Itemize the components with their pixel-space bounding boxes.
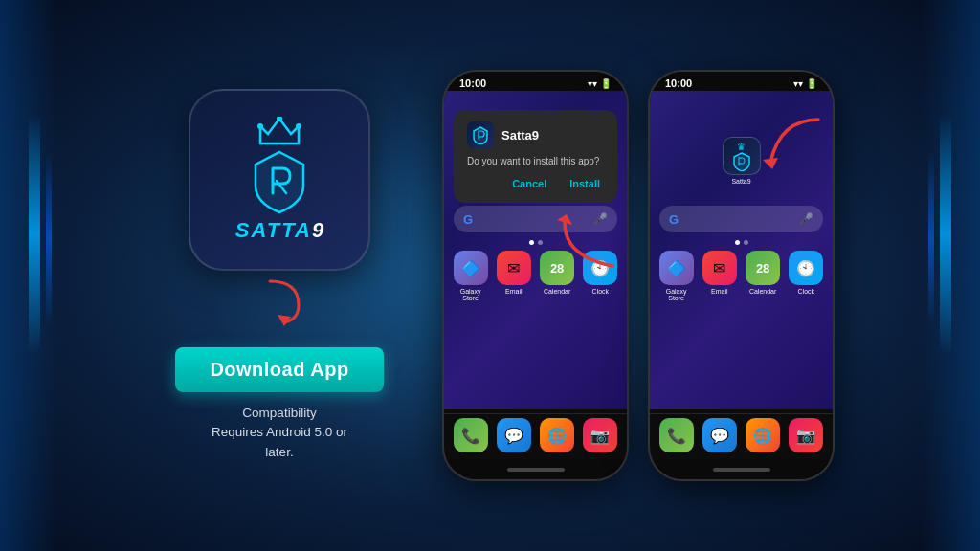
svg-point-1	[257, 123, 263, 129]
list-item: 🌐	[745, 418, 782, 452]
dot-active	[529, 240, 534, 245]
browser-icon-2[interactable]: 🌐	[746, 418, 780, 452]
compatibility-text: Compatibility Requires Android 5.0 or la…	[212, 404, 347, 462]
list-item: 📷	[582, 418, 619, 452]
phone2-dock: 📞 💬 🌐 📷	[650, 413, 833, 456]
phone2-search-bar[interactable]: G 🎤	[659, 206, 823, 232]
phone1-home-bar	[507, 468, 565, 472]
phone1-icons: ▾▾ 🔋	[588, 78, 612, 89]
app-name-text: SATTA 9	[235, 218, 323, 243]
red-arrow-homescreen-icon	[732, 110, 828, 206]
phone2-icons: ▾▾ 🔋	[793, 78, 817, 89]
calendar-label-2: Calendar	[749, 288, 776, 295]
phone2-screen: ♛ Satta9 G 🎤	[650, 91, 833, 409]
email-icon-2[interactable]: ✉	[702, 251, 737, 285]
svg-point-3	[296, 123, 301, 129]
galaxy-store-icon[interactable]: 🔷	[454, 251, 488, 285]
list-item: 🕙 Clock	[788, 251, 825, 301]
list-item: 28 Calendar	[745, 251, 782, 301]
phone2-time: 10:00	[665, 77, 692, 89]
blue-stripe-right	[940, 115, 951, 354]
app-icon-container: SATTA 9	[189, 89, 370, 271]
svg-marker-6	[763, 158, 778, 169]
phone2-status-bar: 10:00 ▾▾ 🔋	[650, 72, 833, 91]
galaxy-store-label: Galaxy Store	[452, 288, 489, 301]
red-arrow-container	[189, 286, 370, 334]
phone1-status-bar: 10:00 ▾▾ 🔋	[444, 72, 627, 91]
list-item: 📞	[657, 418, 695, 452]
camera-icon[interactable]: 📷	[583, 418, 617, 452]
left-section: SATTA 9 Download App Compatibility Requi…	[145, 89, 413, 462]
dot-1	[538, 240, 543, 245]
messages-icon-2[interactable]: 💬	[702, 418, 737, 452]
list-item: 💬	[701, 418, 738, 452]
camera-icon-2[interactable]: 📷	[789, 418, 823, 452]
calendar-label: Calendar	[544, 288, 570, 295]
dialog-app-icon	[467, 121, 494, 148]
phone1-home-indicator	[444, 460, 627, 479]
red-arrow-down-icon	[241, 276, 318, 329]
dot2-active	[735, 240, 740, 245]
email-label-2: Email	[711, 288, 728, 295]
dialog-install-button[interactable]: Install	[566, 176, 604, 191]
dialog-app-name: Satta9	[501, 128, 539, 143]
call-icon-2[interactable]: 📞	[659, 418, 694, 452]
messages-icon[interactable]: 💬	[497, 418, 531, 452]
dialog-question: Do you want to install this app?	[467, 156, 604, 166]
phone1-screen: Satta9 Do you want to install this app? …	[444, 91, 627, 409]
list-item: ✉ Email	[495, 251, 532, 301]
dialog-header: Satta9	[467, 121, 604, 148]
phone2-dots	[650, 240, 833, 245]
calendar-icon-2[interactable]: 28	[746, 251, 780, 285]
phone2-app-grid: 🔷 Galaxy Store ✉ Email 28 Calendar 🕙 Clo…	[650, 251, 833, 301]
phone-2: 10:00 ▾▾ 🔋 ♛ Satta9	[648, 70, 835, 481]
shield-icon	[246, 147, 313, 214]
crown-icon	[256, 117, 303, 145]
blue-stripe-right2	[928, 153, 934, 325]
phone1-dock: 📞 💬 🌐 📷	[444, 413, 627, 456]
blue-stripe-left2	[46, 153, 52, 325]
list-item: ✉ Email	[701, 251, 738, 301]
list-item: 🔷 Galaxy Store	[452, 251, 489, 301]
clock-label: Clock	[592, 288, 610, 295]
dot2-1	[744, 240, 748, 245]
list-item: 📷	[788, 418, 825, 452]
list-item: 📞	[452, 418, 489, 452]
install-dialog: Satta9 Do you want to install this app? …	[454, 110, 617, 203]
galaxy-store-icon-2[interactable]: 🔷	[659, 251, 694, 285]
main-layout: SATTA 9 Download App Compatibility Requi…	[145, 70, 835, 481]
clock-label-2: Clock	[798, 288, 815, 295]
dialog-buttons: Cancel Install	[467, 176, 604, 191]
phones-section: 10:00 ▾▾ 🔋 Satta9 Do you	[442, 70, 835, 481]
svg-marker-0	[260, 119, 299, 143]
browser-icon[interactable]: 🌐	[540, 418, 574, 452]
list-item: 💬	[495, 418, 532, 452]
clock-icon-2[interactable]: 🕙	[789, 251, 823, 285]
galaxy-store-label-2: Galaxy Store	[657, 288, 695, 301]
phone2-search-g: G	[669, 212, 679, 227]
call-icon[interactable]: 📞	[454, 418, 488, 452]
phone-1: 10:00 ▾▾ 🔋 Satta9 Do you	[442, 70, 629, 481]
email-label: Email	[505, 288, 523, 295]
phone1-search-g: G	[463, 212, 473, 227]
phone2-home-bar	[713, 468, 770, 472]
phone2-home-indicator	[650, 460, 833, 479]
phone1-time: 10:00	[459, 77, 486, 89]
list-item: 🌐	[539, 418, 576, 452]
dialog-cancel-button[interactable]: Cancel	[508, 176, 550, 191]
list-item: 🔷 Galaxy Store	[657, 251, 695, 301]
red-arrow-install-icon	[546, 199, 622, 276]
email-icon[interactable]: ✉	[497, 251, 531, 285]
blue-stripe-left	[29, 115, 40, 354]
phone2-mic-icon: 🎤	[799, 212, 813, 226]
download-app-button[interactable]: Download App	[175, 347, 383, 392]
